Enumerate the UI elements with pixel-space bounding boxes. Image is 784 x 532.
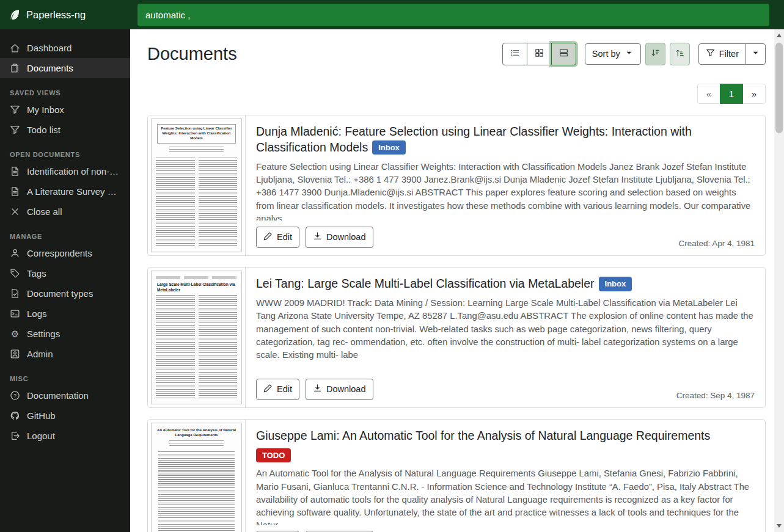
app-brand[interactable]: Paperless-ng (0, 0, 130, 29)
sidebar-open-doc-1[interactable]: Identification of non-fu… (0, 161, 130, 181)
sort-by-button[interactable]: Sort by (585, 43, 641, 65)
sidebar-item-documents[interactable]: Documents (0, 58, 130, 78)
gear-icon: ⚙ (10, 329, 20, 339)
sidebar-open-doc-2[interactable]: A Literature Survey on … (0, 181, 130, 202)
sidebar-item-dashboard[interactable]: Dashboard (0, 38, 130, 58)
paper-text-column (156, 295, 195, 399)
scroll-up-arrow[interactable] (774, 31, 784, 40)
list-view-button[interactable] (502, 43, 527, 65)
sidebar-item-documentation[interactable]: ? Documentation (0, 385, 130, 406)
terminal-icon (10, 308, 20, 319)
grid-view-button[interactable] (527, 43, 552, 65)
paper-text-column (158, 451, 235, 532)
filter-button[interactable]: Filter (698, 43, 746, 65)
sidebar-item-correspondents[interactable]: Correspondents (0, 243, 130, 263)
download-button[interactable]: Download (306, 227, 373, 248)
scrollbar-thumb[interactable] (775, 43, 783, 133)
svg-text:?: ? (13, 393, 16, 399)
logout-icon (10, 431, 20, 441)
sidebar-item-todo-list[interactable]: Todo list (0, 120, 130, 140)
edit-button[interactable]: Edit (256, 227, 299, 248)
document-title-link[interactable]: Lei Tang: Large Scale Multi-Label Classi… (256, 277, 595, 290)
file-check-icon (10, 288, 20, 299)
document-title-link[interactable]: Giuseppe Lami: An Automatic Tool for the… (256, 429, 710, 442)
tag-badge-todo[interactable]: TODO (256, 448, 291, 462)
paper-authors-lines (169, 147, 224, 154)
paper-preview: Large Scale Multi-Label Classification v… (151, 271, 242, 404)
saved-views-heading: SAVED VIEWS (10, 89, 120, 97)
sidebar-item-github[interactable]: GitHub (0, 406, 130, 426)
sidebar-item-settings[interactable]: ⚙ Settings (0, 324, 130, 344)
created-date: Created: Sep 4, 1987 (676, 391, 755, 400)
global-search-input[interactable] (137, 4, 769, 26)
filter-split-button: Filter (698, 43, 766, 65)
caret-down-icon (751, 48, 760, 60)
document-excerpt: An Automatic Tool for the Analysis of Na… (256, 467, 755, 525)
file-icon (10, 166, 20, 177)
app-title: Paperless-ng (26, 9, 86, 21)
pagination-previous-button[interactable]: « (697, 84, 720, 104)
pagination-next-button[interactable]: » (742, 84, 766, 104)
sidebar-item-tags[interactable]: Tags (0, 263, 130, 283)
pagination-page-1-button[interactable]: 1 (720, 84, 743, 104)
filter-icon (10, 104, 20, 115)
details-view-icon (559, 48, 568, 60)
pagination-row: « 1 » (147, 84, 766, 104)
page-title: Documents (147, 44, 237, 64)
document-card-body: Giuseppe Lami: An Automatic Tool for the… (246, 420, 765, 532)
document-title-link[interactable]: Dunja Mladenić: Feature Selection using … (256, 125, 692, 154)
details-view-button[interactable] (551, 43, 576, 65)
tag-badge-inbox[interactable]: Inbox (372, 140, 406, 155)
sort-alphabetical-button[interactable] (670, 43, 690, 65)
document-title: Giuseppe Lami: An Automatic Tool for the… (256, 428, 755, 462)
documents-toolbar: Sort by Filter (502, 43, 766, 65)
person-icon (10, 248, 20, 258)
scroll-down-arrow[interactable] (774, 521, 784, 531)
document-thumbnail[interactable]: Large Scale Multi-Label Classification v… (148, 268, 246, 407)
triangle-down-icon (777, 524, 782, 528)
paperless-logo-icon (9, 9, 21, 21)
sidebar-item-logs[interactable]: Logs (0, 304, 130, 324)
view-switcher (502, 43, 576, 65)
tag-badge-inbox[interactable]: Inbox (599, 277, 632, 291)
paper-preview: Feature Selection using Linear Classifie… (151, 118, 242, 252)
document-title: Lei Tang: Large Scale Multi-Label Classi… (256, 276, 755, 292)
file-icon (10, 186, 20, 197)
search-zone (130, 0, 784, 29)
sidebar-item-logout[interactable]: Logout (0, 426, 130, 446)
download-icon (313, 231, 322, 243)
document-actions: Edit Download (256, 227, 373, 248)
sidebar-item-my-inbox[interactable]: My Inbox (0, 100, 130, 120)
paper-preview: An Automatic Tool for the Analysis of Na… (151, 423, 242, 532)
document-card: Feature Selection using Linear Classifie… (147, 115, 766, 256)
document-card-body: Lei Tang: Large Scale Multi-Label Classi… (246, 268, 765, 407)
filter-dropdown-toggle[interactable] (746, 43, 766, 65)
person-badge-icon (10, 349, 20, 359)
created-date: Created: Apr 4, 1981 (678, 239, 755, 248)
edit-button[interactable]: Edit (256, 379, 299, 400)
tag-icon (10, 268, 20, 279)
close-icon (10, 206, 20, 217)
vertical-scrollbar[interactable] (774, 29, 784, 532)
sort-descending-button[interactable] (645, 43, 665, 65)
document-title: Dunja Mladenić: Feature Selection using … (256, 124, 755, 155)
document-card-footer: Edit Download Created: Sep 4, 1987 (256, 379, 755, 400)
paper-header-line (156, 276, 237, 279)
sort-controls: Sort by (585, 43, 690, 65)
pencil-icon (263, 384, 273, 395)
download-button[interactable]: Download (306, 379, 373, 400)
paper-authors-lines (169, 440, 224, 448)
sidebar: Dashboard Documents SAVED VIEWS My Inbox… (0, 29, 130, 532)
top-navbar: Paperless-ng (0, 0, 784, 29)
triangle-up-icon (777, 34, 782, 37)
manage-heading: MANAGE (10, 233, 120, 240)
sidebar-item-admin[interactable]: Admin (0, 344, 130, 364)
sidebar-close-all[interactable]: Close all (0, 202, 130, 222)
document-thumbnail[interactable]: An Automatic Tool for the Analysis of Na… (148, 420, 246, 532)
grid-view-icon (535, 48, 544, 60)
filter-icon (10, 125, 20, 135)
sidebar-item-document-types[interactable]: Document types (0, 283, 130, 304)
sort-amount-down-icon (651, 48, 660, 60)
main-content: Documents Sort by (130, 29, 774, 532)
document-thumbnail[interactable]: Feature Selection using Linear Classifie… (148, 115, 246, 255)
